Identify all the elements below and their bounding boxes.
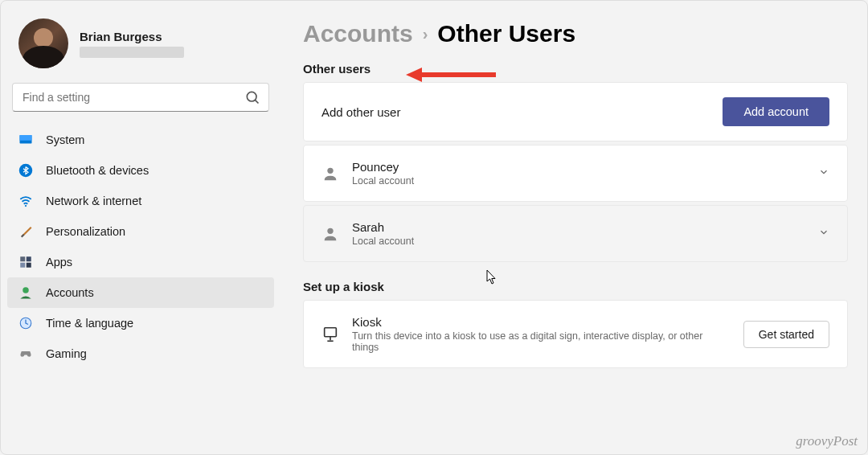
- kiosk-card: Kiosk Turn this device into a kiosk to u…: [303, 300, 848, 368]
- profile-block[interactable]: Brian Burgess: [7, 1, 274, 83]
- user-type: Local account: [352, 236, 805, 247]
- nav-label: Network & internet: [46, 195, 141, 207]
- nav-label: Accounts: [46, 286, 94, 299]
- svg-point-0: [247, 92, 256, 101]
- svg-rect-8: [20, 263, 25, 268]
- nav-label: Personalization: [46, 225, 125, 238]
- profile-name: Brian Burgess: [80, 30, 184, 43]
- breadcrumb-current: Other Users: [437, 20, 575, 47]
- breadcrumb-parent[interactable]: Accounts: [303, 20, 413, 47]
- search-icon: [244, 89, 260, 105]
- sidebar-item-gaming[interactable]: Gaming: [7, 338, 274, 369]
- breadcrumb: Accounts › Other Users: [303, 20, 848, 47]
- add-account-button[interactable]: Add account: [723, 97, 829, 126]
- user-name: Pouncey: [352, 160, 805, 174]
- svg-point-5: [25, 205, 27, 207]
- sidebar: Brian Burgess System Bluetooth & devices…: [1, 1, 280, 454]
- nav-label: Time & language: [46, 317, 133, 330]
- nav-label: System: [46, 133, 84, 146]
- sidebar-item-time[interactable]: Time & language: [7, 308, 274, 338]
- paintbrush-icon: [18, 224, 33, 239]
- svg-point-12: [327, 167, 333, 173]
- nav-list: System Bluetooth & devices Network & int…: [7, 120, 274, 454]
- kiosk-title: Kiosk: [352, 315, 731, 329]
- user-card[interactable]: Pouncey Local account: [303, 145, 848, 202]
- bluetooth-icon: [18, 163, 33, 178]
- main-content: Accounts › Other Users Other users Add o…: [280, 1, 867, 454]
- gamepad-icon: [18, 346, 33, 361]
- search-input[interactable]: [13, 91, 244, 104]
- nav-label: Bluetooth & devices: [46, 164, 149, 177]
- svg-rect-9: [27, 263, 31, 268]
- search-input-wrapper[interactable]: [12, 83, 269, 112]
- sidebar-item-system[interactable]: System: [7, 125, 274, 155]
- clock-globe-icon: [18, 316, 33, 330]
- user-type: Local account: [352, 175, 805, 187]
- svg-line-1: [255, 100, 258, 103]
- chevron-down-icon: [818, 227, 829, 240]
- nav-label: Gaming: [46, 347, 87, 360]
- avatar: [18, 18, 68, 68]
- wifi-icon: [18, 194, 33, 208]
- kiosk-icon: [321, 326, 339, 343]
- chevron-right-icon: ›: [423, 25, 428, 43]
- svg-rect-14: [325, 327, 337, 336]
- sidebar-item-personalization[interactable]: Personalization: [7, 216, 274, 247]
- user-card[interactable]: Sarah Local account: [303, 205, 848, 262]
- person-silhouette-icon: [321, 225, 339, 243]
- kiosk-desc: Turn this device into a kiosk to use as …: [352, 330, 731, 353]
- profile-info: Brian Burgess: [80, 30, 184, 58]
- profile-email-redacted: [80, 47, 184, 58]
- section-other-users: Other users: [303, 62, 848, 76]
- sidebar-item-apps[interactable]: Apps: [7, 247, 274, 277]
- user-name: Sarah: [352, 220, 805, 234]
- sidebar-item-accounts[interactable]: Accounts: [7, 277, 274, 308]
- apps-icon: [18, 255, 33, 269]
- get-started-button[interactable]: Get started: [743, 321, 829, 348]
- sidebar-item-network[interactable]: Network & internet: [7, 186, 274, 216]
- section-kiosk: Set up a kiosk: [303, 280, 848, 293]
- person-silhouette-icon: [321, 165, 339, 182]
- svg-point-10: [23, 287, 29, 293]
- add-other-user-card: Add other user Add account: [303, 82, 848, 141]
- sidebar-item-bluetooth[interactable]: Bluetooth & devices: [7, 155, 274, 186]
- watermark: groovyPost: [796, 433, 858, 449]
- display-icon: [18, 133, 33, 147]
- svg-point-13: [327, 228, 333, 233]
- add-other-user-label: Add other user: [321, 105, 710, 119]
- svg-rect-6: [20, 256, 25, 261]
- chevron-down-icon: [818, 166, 829, 180]
- svg-rect-3: [20, 135, 32, 141]
- svg-rect-7: [27, 256, 31, 261]
- nav-label: Apps: [46, 256, 72, 268]
- person-icon: [18, 285, 33, 300]
